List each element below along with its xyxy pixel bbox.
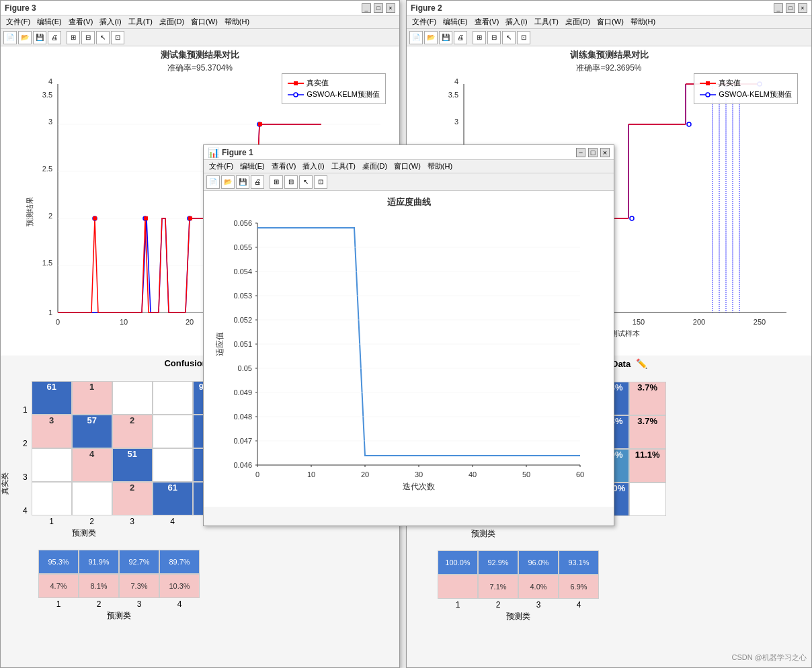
fig2-menu-insert[interactable]: 插入(I) — [503, 17, 530, 27]
fig3-row-2: 2 — [21, 427, 30, 460]
fig1-menu-help[interactable]: 帮助(H) — [425, 161, 455, 171]
fig2-x-axis-label: 预测类 — [471, 528, 666, 540]
fig3-save[interactable]: 💾 — [33, 31, 46, 44]
figure2-maximize[interactable]: □ — [786, 3, 795, 13]
fig2-menu-file[interactable]: 文件(F) — [409, 17, 439, 27]
svg-text:2.5: 2.5 — [42, 165, 52, 173]
fig3-pct-bot-2: 8.1% — [79, 574, 119, 598]
figure2-close[interactable]: × — [798, 3, 807, 13]
fig1-t1[interactable]: ⊞ — [270, 175, 283, 189]
fig3-new[interactable]: 📄 — [3, 31, 17, 44]
svg-text:250: 250 — [754, 318, 766, 326]
fig3-pct-top-3: 92.7% — [119, 550, 159, 574]
fig1-menu-edit[interactable]: 编辑(E) — [237, 161, 268, 171]
fig1-menu-insert[interactable]: 插入(I) — [300, 161, 327, 171]
fig3-col-4: 4 — [153, 517, 193, 526]
matlab-icon: 📊 — [208, 147, 219, 158]
fig3-t3[interactable]: ⊡ — [111, 31, 124, 44]
fig2-menu-desktop[interactable]: 桌面(D) — [563, 17, 593, 27]
fig3-menu-window[interactable]: 窗口(W) — [188, 17, 220, 27]
fig2-accuracy: 准确率=92.3695% — [407, 62, 811, 74]
svg-rect-35 — [706, 81, 710, 85]
fig2-menu-tools[interactable]: 工具(T) — [532, 17, 561, 27]
fig3-pct-col-labels: 1 2 3 4 — [38, 599, 200, 609]
fig3-cursor[interactable]: ↖ — [96, 31, 110, 44]
fig3-menu-view[interactable]: 查看(V) — [66, 17, 96, 27]
fig3-open[interactable]: 📂 — [18, 31, 32, 44]
fig1-t2[interactable]: ⊟ — [284, 175, 298, 189]
fig2-t2[interactable]: ⊟ — [487, 31, 501, 44]
figure1-controls: − □ × — [576, 148, 610, 157]
fig2-legend-pred-label: GSWOA-KELM预测值 — [719, 89, 792, 99]
fig2-save[interactable]: 💾 — [439, 31, 452, 44]
figure1-title-bar: 📊 Figure 1 − □ × — [204, 145, 614, 160]
fig3-menu-insert[interactable]: 插入(I) — [97, 17, 124, 27]
fig2-pct-col-1: 1 — [438, 600, 478, 610]
figure2-controls: _ □ × — [774, 3, 807, 13]
fig3-menu-help[interactable]: 帮助(H) — [222, 17, 252, 27]
fig3-t2[interactable]: ⊟ — [81, 31, 95, 44]
fig1-menu-window[interactable]: 窗口(W) — [391, 161, 423, 171]
figure1-maximize[interactable]: □ — [588, 148, 598, 157]
fig1-menu-view[interactable]: 查看(V) — [269, 161, 299, 171]
fig2-t3[interactable]: ⊡ — [517, 31, 530, 44]
figure1-title: Figure 1 — [222, 148, 253, 157]
fig3-cell-12: 1 — [72, 381, 112, 415]
figure3-close[interactable]: × — [386, 3, 395, 13]
fig1-new[interactable]: 📄 — [206, 175, 220, 189]
fig2-menu-help[interactable]: 帮助(H) — [628, 17, 658, 27]
fig2-print[interactable]: 🖨 — [454, 31, 467, 44]
fig2-pct-bot-4: 6.9% — [559, 575, 599, 599]
svg-text:0: 0 — [255, 470, 259, 478]
fig2-pct-grid: 100.0% 92.9% 96.0% 93.1% 7.1% 4.0% 6.9% … — [438, 550, 599, 622]
fig2-pct-table: 100.0% 92.9% 96.0% 93.1% 7.1% 4.0% 6.9% … — [438, 550, 805, 622]
fig1-cursor[interactable]: ↖ — [299, 175, 313, 189]
fig2-new[interactable]: 📄 — [409, 31, 423, 44]
fig3-pct-col-4: 4 — [159, 599, 200, 609]
figure3-title-bar: Figure 3 _ □ × — [1, 1, 399, 15]
fig2-pct-bot-1 — [438, 575, 478, 599]
figure3-controls: _ □ × — [362, 3, 395, 13]
figure3-maximize[interactable]: □ — [374, 3, 383, 13]
fig2-menu-view[interactable]: 查看(V) — [472, 17, 502, 27]
fig3-t1[interactable]: ⊞ — [67, 31, 80, 44]
figure2-menubar: 文件(F) 编辑(E) 查看(V) 插入(I) 工具(T) 桌面(D) 窗口(W… — [407, 15, 811, 29]
fig2-pct-col-labels: 1 2 3 4 — [438, 600, 599, 610]
fig3-print[interactable]: 🖨 — [48, 31, 61, 44]
figure3-menubar: 文件(F) 编辑(E) 查看(V) 插入(I) 工具(T) 桌面(D) 窗口(W… — [1, 15, 399, 29]
fig1-print[interactable]: 🖨 — [251, 175, 264, 189]
fig3-cell-42 — [72, 482, 112, 515]
fig1-save[interactable]: 💾 — [236, 175, 249, 189]
fig3-pct-bot-row: 4.7% 8.1% 7.3% 10.3% — [38, 574, 200, 598]
fig2-right-3b: 11.1% — [629, 449, 666, 483]
fig1-menu-tools[interactable]: 工具(T) — [329, 161, 358, 171]
fig3-pct-col-3: 3 — [119, 599, 159, 609]
fig2-menu-edit[interactable]: 编辑(E) — [440, 17, 471, 27]
fig3-menu-tools[interactable]: 工具(T) — [126, 17, 155, 27]
fig2-cursor[interactable]: ↖ — [502, 31, 516, 44]
fig1-t3[interactable]: ⊡ — [314, 175, 327, 189]
svg-text:4: 4 — [454, 77, 458, 85]
fig3-cell-33: 51 — [112, 448, 153, 482]
fig2-t1[interactable]: ⊞ — [473, 31, 486, 44]
figure1-minimize[interactable]: − — [576, 148, 585, 157]
fig1-open[interactable]: 📂 — [221, 175, 235, 189]
svg-text:0.051: 0.051 — [233, 340, 252, 348]
fig3-legend-pred: GSWOA-KELM预测值 — [288, 89, 380, 99]
figure1-title-left: 📊 Figure 1 — [208, 147, 253, 158]
fig2-open[interactable]: 📂 — [424, 31, 438, 44]
fig1-menu-desktop[interactable]: 桌面(D) — [360, 161, 390, 171]
fig3-menu-file[interactable]: 文件(F) — [3, 17, 33, 27]
figure3-minimize[interactable]: _ — [362, 3, 371, 13]
fig1-menu-file[interactable]: 文件(F) — [206, 161, 236, 171]
figure2-minimize[interactable]: _ — [774, 3, 783, 13]
figure1-close[interactable]: × — [600, 148, 610, 157]
svg-rect-33 — [258, 122, 262, 126]
fig2-legend-true: 真实值 — [700, 78, 792, 88]
fig2-menu-window[interactable]: 窗口(W) — [594, 17, 626, 27]
fig3-menu-desktop[interactable]: 桌面(D) — [157, 17, 187, 27]
fig3-menu-edit[interactable]: 编辑(E) — [34, 17, 65, 27]
fig3-cell-21: 3 — [32, 415, 72, 448]
fig3-col-2: 2 — [72, 517, 112, 526]
fig2-right-4b — [629, 483, 666, 516]
